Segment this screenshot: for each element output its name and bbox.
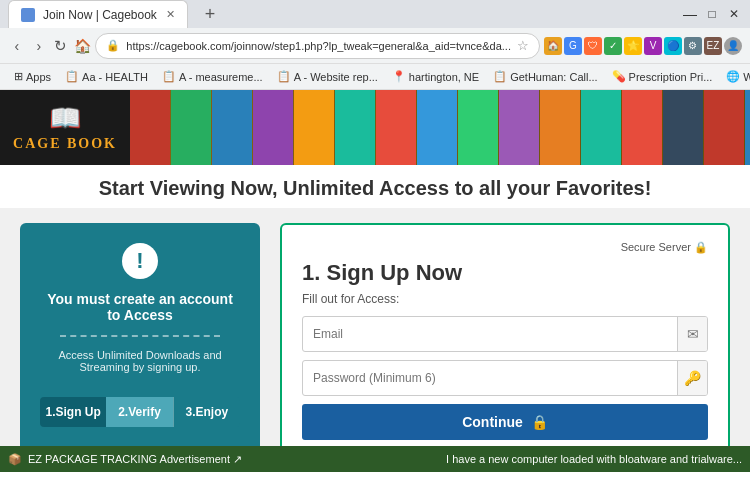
bookmark-website[interactable]: 📋 A - Website rep... (271, 68, 384, 85)
bookmark-prescription[interactable]: 💊 Prescription Pri... (606, 68, 719, 85)
home-button[interactable]: 🏠 (73, 33, 91, 59)
page-content: 📖 CAGE BOOK (0, 90, 750, 472)
continue-label: Continue (462, 414, 523, 430)
book-thumb (376, 90, 416, 165)
refresh-button[interactable]: ↻ (52, 33, 70, 59)
email-icon: ✉ (677, 317, 707, 351)
bookmark-label: A - Website rep... (294, 71, 378, 83)
close-button[interactable]: ✕ (726, 6, 742, 22)
title-bar: Join Now | Cagebook ✕ + — □ ✕ (0, 0, 750, 28)
ad-label: EZ PACKAGE TRACKING Advertisement ↗ (28, 453, 242, 466)
continue-button[interactable]: Continue 🔒 (302, 404, 708, 440)
left-panel-title: You must create an account to Access (40, 291, 240, 323)
bookmark-icon: 📋 (65, 70, 79, 83)
main-content-area: ! You must create an account to Access A… (0, 208, 750, 472)
package-tracking-icon: 📦 (8, 453, 22, 466)
ext-icon-4[interactable]: ✓ (604, 37, 622, 55)
maximize-button[interactable]: □ (704, 6, 720, 22)
navigation-bar: ‹ › ↻ 🏠 🔒 https://cagebook.com/joinnow/s… (0, 28, 750, 64)
bookmark-apps[interactable]: ⊞ Apps (8, 68, 57, 85)
tab-close-btn[interactable]: ✕ (166, 8, 175, 21)
bookmark-label: GetHuman: Call... (510, 71, 597, 83)
bookmark-icon: 🌐 (726, 70, 740, 83)
bottom-ad-bar: 📦 EZ PACKAGE TRACKING Advertisement ↗ I … (0, 446, 750, 472)
bookmark-icon: 💊 (612, 70, 626, 83)
minimize-button[interactable]: — (682, 6, 698, 22)
forward-button[interactable]: › (30, 33, 48, 59)
ext-icon-3[interactable]: 🛡 (584, 37, 602, 55)
ext-icon-2[interactable]: G (564, 37, 582, 55)
book-thumb (212, 90, 252, 165)
signup-title: 1. Sign Up Now (302, 260, 708, 286)
extension-icons: 🏠 G 🛡 ✓ ⭐ V 🔵 ⚙ EZ 👤 (544, 37, 742, 55)
bookmark-icon: 📍 (392, 70, 406, 83)
steps-bar: 1.Sign Up 2.Verify 3.Enjoy (40, 397, 240, 427)
book-thumb (294, 90, 334, 165)
ext-icon-1[interactable]: 🏠 (544, 37, 562, 55)
active-tab[interactable]: Join Now | Cagebook ✕ (8, 0, 188, 28)
new-tab-button[interactable]: + (196, 0, 224, 28)
book-thumb (130, 90, 170, 165)
access-required-panel: ! You must create an account to Access A… (20, 223, 260, 472)
bookmark-hartington[interactable]: 📍 hartington, NE (386, 68, 485, 85)
bookmark-gethuman[interactable]: 📋 GetHuman: Call... (487, 68, 603, 85)
book-thumb (622, 90, 662, 165)
book-thumb (171, 90, 211, 165)
book-thumb (540, 90, 580, 165)
signup-panel: Secure Server 🔒 1. Sign Up Now Fill out … (280, 223, 730, 472)
address-bar[interactable]: 🔒 https://cagebook.com/joinnow/step1.php… (95, 33, 540, 59)
bookmark-icon: 📋 (162, 70, 176, 83)
fill-out-label: Fill out for Access: (302, 292, 708, 306)
password-input[interactable] (303, 363, 677, 393)
email-input[interactable] (303, 319, 677, 349)
book-thumb (663, 90, 703, 165)
password-input-row: 🔑 (302, 360, 708, 396)
header-strip: 📖 CAGE BOOK (0, 90, 750, 165)
ext-icon-5[interactable]: ⭐ (624, 37, 642, 55)
email-input-row: ✉ (302, 316, 708, 352)
bookmark-health[interactable]: 📋 Aa - HEALTH (59, 68, 154, 85)
ext-icon-8[interactable]: ⚙ (684, 37, 702, 55)
book-thumb (253, 90, 293, 165)
url-text: https://cagebook.com/joinnow/step1.php?l… (126, 40, 511, 52)
book-thumb (335, 90, 375, 165)
password-icon: 🔑 (677, 361, 707, 395)
bookmark-star-icon[interactable]: ☆ (517, 38, 529, 53)
ext-icon-10[interactable]: 👤 (724, 37, 742, 55)
warning-icon: ! (122, 243, 158, 279)
envelope-icon: ✉ (687, 326, 699, 342)
left-panel-divider (60, 335, 220, 337)
bookmark-label: Aa - HEALTH (82, 71, 148, 83)
step-1: 1.Sign Up (40, 397, 106, 427)
book-thumb (581, 90, 621, 165)
bookmarks-bar: ⊞ Apps 📋 Aa - HEALTH 📋 A - measureme... … (0, 64, 750, 90)
ext-icon-6[interactable]: V (644, 37, 662, 55)
continue-lock-icon: 🔒 (531, 414, 548, 430)
apps-icon: ⊞ (14, 70, 23, 83)
tab-favicon (21, 8, 35, 22)
ext-icon-9[interactable]: EZ (704, 37, 722, 55)
book-thumb (704, 90, 744, 165)
window-controls: — □ ✕ (682, 6, 742, 22)
left-panel-subtitle: Access Unlimited Downloads and Streaming… (40, 349, 240, 373)
bookmark-label: Apps (26, 71, 51, 83)
bookmark-icon: 📋 (493, 70, 507, 83)
book-thumb (499, 90, 539, 165)
bookmark-label: Web 2.0 scienti... (743, 71, 750, 83)
ssl-lock-icon: 🔒 (106, 39, 120, 52)
bookmark-label: A - measureme... (179, 71, 263, 83)
step-3: 3.Enjoy (173, 397, 240, 427)
bookmark-measure[interactable]: 📋 A - measureme... (156, 68, 269, 85)
secure-server-label: Secure Server 🔒 (302, 241, 708, 254)
logo-text: CAGE BOOK (13, 136, 117, 152)
back-button[interactable]: ‹ (8, 33, 26, 59)
page-headline: Start Viewing Now, Unlimited Access to a… (0, 165, 750, 208)
step-2: 2.Verify (106, 397, 172, 427)
bookmark-icon: 📋 (277, 70, 291, 83)
bottom-right-text: I have a new computer loaded with bloatw… (446, 453, 742, 465)
bookmark-label: Prescription Pri... (629, 71, 713, 83)
book-thumb (417, 90, 457, 165)
bookmark-web20[interactable]: 🌐 Web 2.0 scienti... (720, 68, 750, 85)
book-thumb (458, 90, 498, 165)
ext-icon-7[interactable]: 🔵 (664, 37, 682, 55)
